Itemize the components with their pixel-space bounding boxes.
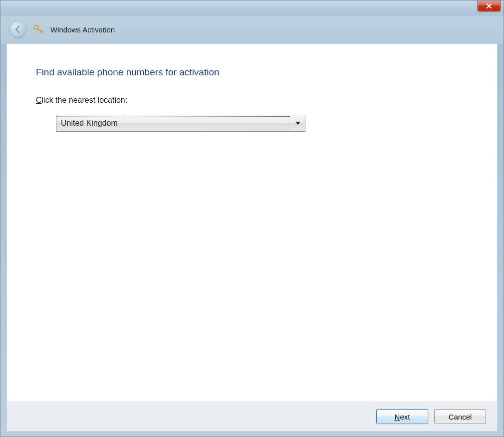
label-accel: C bbox=[36, 96, 42, 104]
dropdown-row: United Kingdom bbox=[36, 115, 468, 132]
content: Find available phone numbers for activat… bbox=[7, 44, 497, 402]
next-accel: N bbox=[395, 413, 400, 421]
location-dropdown[interactable]: United Kingdom bbox=[56, 115, 305, 132]
back-button[interactable] bbox=[9, 21, 26, 38]
back-arrow-icon bbox=[13, 25, 22, 34]
page-heading: Find available phone numbers for activat… bbox=[36, 67, 468, 78]
next-rest: ext bbox=[400, 413, 410, 421]
next-button[interactable]: Next bbox=[376, 409, 428, 424]
titlebar bbox=[0, 0, 504, 15]
key-icon bbox=[32, 23, 44, 35]
chevron-down-icon bbox=[295, 122, 300, 125]
footer: Next Cancel bbox=[6, 402, 498, 432]
dropdown-arrow bbox=[291, 115, 305, 131]
location-label: Click the nearest location: bbox=[36, 96, 468, 105]
close-icon bbox=[486, 3, 493, 9]
close-button[interactable] bbox=[478, 0, 501, 11]
cancel-button[interactable]: Cancel bbox=[434, 409, 486, 424]
cancel-label: Cancel bbox=[449, 413, 472, 421]
content-panel: Find available phone numbers for activat… bbox=[6, 43, 498, 402]
app-title: Windows Activation bbox=[50, 25, 115, 34]
label-text: lick the nearest location: bbox=[42, 96, 128, 104]
dropdown-selected-value: United Kingdom bbox=[57, 116, 290, 130]
activation-window: Windows Activation Find available phone … bbox=[0, 0, 504, 437]
header-strip: Windows Activation bbox=[0, 15, 504, 43]
